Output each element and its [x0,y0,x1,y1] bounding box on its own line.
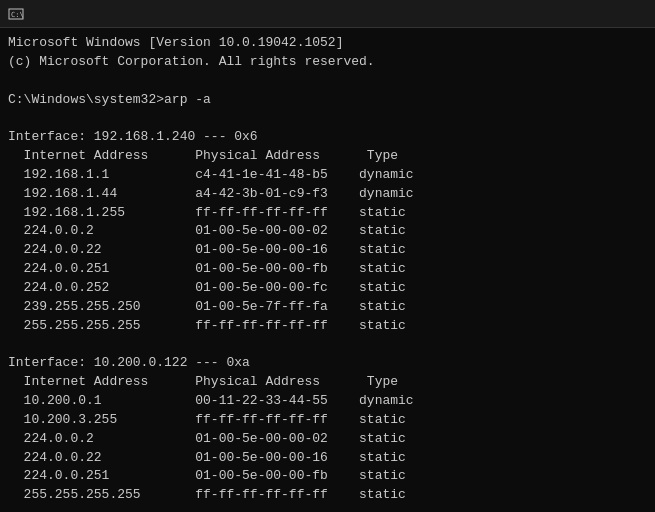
terminal-line: Microsoft Windows [Version 10.0.19042.10… [8,34,647,53]
terminal-line: 224.0.0.22 01-00-5e-00-00-16 static [8,241,647,260]
terminal-line: 255.255.255.255 ff-ff-ff-ff-ff-ff static [8,486,647,505]
terminal-output: Microsoft Windows [Version 10.0.19042.10… [8,34,647,512]
terminal-line: 10.200.3.255 ff-ff-ff-ff-ff-ff static [8,411,647,430]
maximize-button[interactable] [557,0,601,28]
terminal-line: Interface: 10.200.0.122 --- 0xa [8,354,647,373]
title-bar-left: C:\ [8,6,30,22]
terminal-line: Interface: 192.168.1.240 --- 0x6 [8,128,647,147]
terminal-line: 224.0.0.2 01-00-5e-00-00-02 static [8,222,647,241]
terminal-line: 224.0.0.252 01-00-5e-00-00-fc static [8,279,647,298]
terminal-line: C:\Windows\system32>arp -a [8,91,647,110]
terminal-line: 10.200.0.1 00-11-22-33-44-55 dynamic [8,392,647,411]
empty-line [8,72,647,91]
terminal-line: Internet Address Physical Address Type [8,373,647,392]
terminal-line: 239.255.255.250 01-00-5e-7f-ff-fa static [8,298,647,317]
terminal-line: Internet Address Physical Address Type [8,147,647,166]
terminal-window[interactable]: Microsoft Windows [Version 10.0.19042.10… [0,28,655,512]
app-icon: C:\ [8,6,24,22]
empty-line [8,505,647,512]
terminal-line: 224.0.0.251 01-00-5e-00-00-fb static [8,260,647,279]
title-bar: C:\ [0,0,655,28]
window-controls [511,0,647,28]
empty-line [8,109,647,128]
close-button[interactable] [603,0,647,28]
terminal-line: 224.0.0.2 01-00-5e-00-00-02 static [8,430,647,449]
terminal-line: 192.168.1.44 a4-42-3b-01-c9-f3 dynamic [8,185,647,204]
terminal-line: 224.0.0.22 01-00-5e-00-00-16 static [8,449,647,468]
svg-text:C:\: C:\ [11,11,24,19]
terminal-line: 224.0.0.251 01-00-5e-00-00-fb static [8,467,647,486]
terminal-line: 255.255.255.255 ff-ff-ff-ff-ff-ff static [8,317,647,336]
terminal-line: 192.168.1.1 c4-41-1e-41-48-b5 dynamic [8,166,647,185]
terminal-line: 192.168.1.255 ff-ff-ff-ff-ff-ff static [8,204,647,223]
minimize-button[interactable] [511,0,555,28]
empty-line [8,336,647,355]
terminal-line: (c) Microsoft Corporation. All rights re… [8,53,647,72]
